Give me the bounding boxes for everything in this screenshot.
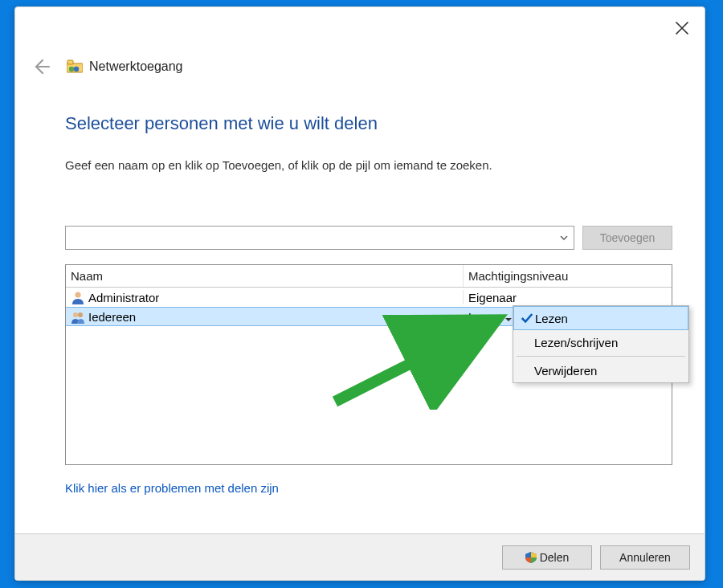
menu-item-label: Lezen [535,312,568,325]
add-user-row: Toevoegen [65,226,672,250]
permission-value: Lezen [468,310,501,324]
menu-separator [517,356,685,357]
user-icon [71,290,85,304]
share-button-label: Delen [540,551,570,564]
permission-menu-item[interactable]: Lezen/schrijven [513,330,688,354]
permission-menu-item[interactable]: Lezen [513,306,688,330]
svg-point-3 [74,67,79,71]
svg-point-2 [69,67,74,71]
permission-dropdown[interactable]: Lezen [468,310,513,324]
shield-icon [525,552,537,563]
cancel-button[interactable]: Annuleren [600,545,690,570]
heading: Selecteer personen met wie u wilt delen [65,113,378,134]
user-combobox[interactable] [65,226,574,250]
check-icon [518,362,534,378]
check-icon [518,334,534,350]
back-arrow-icon [31,57,51,76]
permission-menu-item[interactable]: Verwijderen [513,358,688,382]
back-button[interactable] [31,57,51,76]
svg-point-5 [73,312,78,317]
close-icon [674,20,690,36]
network-access-icon [67,59,83,74]
share-button[interactable]: Delen [502,545,592,570]
page-title: Netwerktoegang [89,59,183,74]
column-permission[interactable]: Machtigingsniveau [464,265,672,287]
table-header: Naam Machtigingsniveau [66,265,672,288]
menu-item-label: Verwijderen [534,364,597,378]
row-permission: Eigenaar [464,291,672,304]
dialog-window: Netwerktoegang Selecteer personen met wi… [14,6,705,581]
menu-item-label: Lezen/schrijven [534,336,618,349]
header-row: Netwerktoegang [31,57,183,76]
chevron-down-icon [559,233,569,243]
table-row[interactable]: Administrator Eigenaar [66,288,672,307]
svg-point-4 [75,292,80,297]
row-name: Administrator [88,291,159,304]
svg-rect-1 [67,60,73,64]
caret-down-icon [504,312,513,321]
add-button: Toevoegen [582,226,672,250]
subtitle: Geef een naam op en klik op Toevoegen, o… [65,158,492,172]
close-button[interactable] [674,20,690,36]
row-name: Iedereen [88,310,136,324]
permission-menu: Lezen Lezen/schrijven Verwijderen [513,305,689,383]
svg-point-6 [78,312,83,317]
check-icon [519,310,535,326]
group-icon [71,309,85,324]
dialog-footer: Delen Annuleren [15,533,705,580]
column-name[interactable]: Naam [66,265,464,287]
help-link[interactable]: Klik hier als er problemen met delen zij… [65,481,279,495]
